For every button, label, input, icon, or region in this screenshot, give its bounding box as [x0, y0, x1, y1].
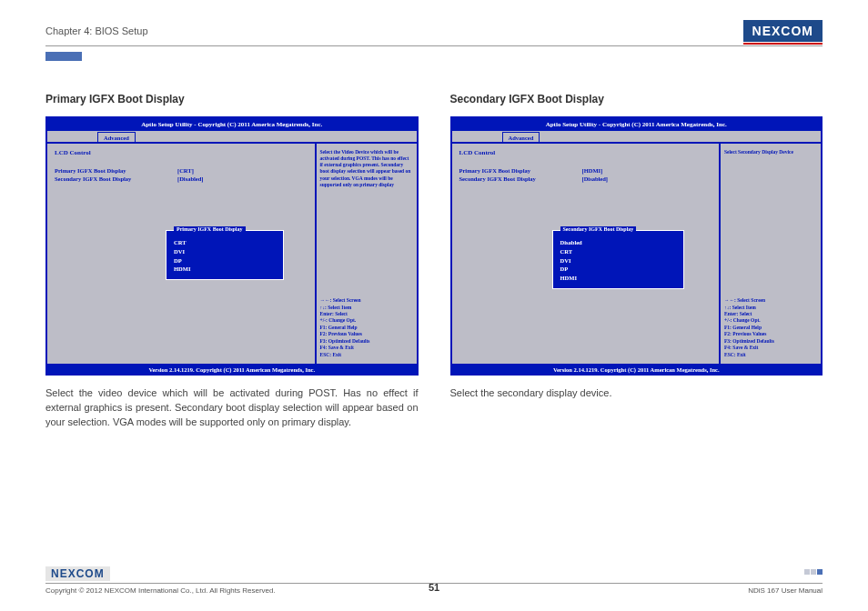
setting-value: [Disabled] [582, 175, 609, 182]
tab-marker [45, 52, 82, 61]
setting-primary-igfx: Primary IGFX Boot Display [HDMI] [459, 167, 712, 174]
setting-value: [Disabled] [177, 175, 204, 182]
bios-key-legend: →←: Select Screen ↑↓: Select Item Enter:… [724, 297, 817, 358]
setting-name: Primary IGFX Boot Display [459, 167, 582, 174]
setting-secondary-igfx: Secondary IGFX Boot Display [Disabled] [459, 175, 712, 182]
setting-name: Secondary IGFX Boot Display [459, 175, 582, 182]
popup-secondary-igfx: Secondary IGFX Boot Display Disabled CRT… [552, 230, 684, 289]
logo-top: NEXCOM [743, 20, 823, 42]
page-footer: NEXCOM Copyright © 2012 NEXCOM Internati… [45, 583, 823, 595]
footer-logo: NEXCOM [45, 566, 110, 581]
bios-key-legend: →←: Select Screen ↑↓: Select Item Enter:… [320, 297, 413, 358]
popup-item: HDMI [174, 265, 276, 274]
setting-name: Primary IGFX Boot Display [55, 167, 177, 174]
bios-settings-pane: LCD Control Primary IGFX Boot Display [C… [47, 144, 317, 364]
lcd-control-label: LCD Control [55, 149, 308, 156]
setting-name: Secondary IGFX Boot Display [55, 175, 177, 182]
bios-screenshot-primary: Aptio Setup Utility - Copyright (C) 2011… [45, 116, 419, 376]
right-column: Secondary IGFX Boot Display Aptio Setup … [450, 93, 823, 430]
setting-secondary-igfx: Secondary IGFX Boot Display [Disabled] [55, 175, 308, 182]
popup-item: CRT [560, 247, 676, 256]
setting-value: [CRT] [177, 167, 194, 174]
bios-help-pane: Select the Video Device which will be ac… [317, 144, 417, 364]
footer-decoration [804, 569, 823, 575]
popup-title: Primary IGFX Boot Display [174, 226, 246, 232]
footer-copyright: Copyright © 2012 NEXCOM International Co… [45, 586, 276, 595]
bios-tab-row: Advanced [47, 131, 417, 144]
bios-settings-pane: LCD Control Primary IGFX Boot Display [H… [452, 144, 722, 364]
bios-footer: Version 2.14.1219. Copyright (C) 2011 Am… [47, 364, 417, 376]
bios-footer: Version 2.14.1219. Copyright (C) 2011 Am… [452, 364, 822, 376]
description-secondary: Select the secondary display device. [450, 386, 823, 401]
bios-tab-advanced: Advanced [502, 132, 540, 142]
popup-title: Secondary IGFX Boot Display [560, 226, 637, 232]
bios-header: Aptio Setup Utility - Copyright (C) 2011… [47, 118, 417, 131]
popup-item: Disabled [560, 238, 676, 247]
bios-screenshot-secondary: Aptio Setup Utility - Copyright (C) 2011… [450, 116, 823, 376]
popup-item: HDMI [560, 274, 676, 283]
popup-primary-igfx: Primary IGFX Boot Display CRT DVI DP HDM… [166, 230, 284, 280]
popup-item: CRT [174, 238, 276, 247]
section-title-secondary: Secondary IGFX Boot Display [450, 93, 823, 105]
bios-help-text: Select Secondary Display Device [724, 149, 817, 155]
popup-item: DP [174, 256, 276, 265]
lcd-control-label: LCD Control [459, 149, 712, 156]
popup-item: DVI [560, 256, 676, 265]
popup-item: DVI [174, 247, 276, 256]
bios-tab-advanced: Advanced [97, 132, 136, 142]
setting-primary-igfx: Primary IGFX Boot Display [CRT] [55, 167, 308, 174]
bios-tab-row: Advanced [452, 131, 822, 144]
bios-help-text: Select the Video Device which will be ac… [320, 149, 413, 188]
footer-manual: NDiS 167 User Manual [748, 586, 823, 595]
page-number: 51 [429, 582, 439, 593]
bios-header: Aptio Setup Utility - Copyright (C) 2011… [452, 118, 822, 131]
setting-value: [HDMI] [582, 167, 603, 174]
page-header: Chapter 4: BIOS Setup NEXCOM [45, 20, 823, 46]
left-column: Primary IGFX Boot Display Aptio Setup Ut… [45, 93, 419, 430]
popup-item: DP [560, 265, 676, 274]
bios-help-pane: Select Secondary Display Device →←: Sele… [721, 144, 821, 364]
chapter-title: Chapter 4: BIOS Setup [45, 25, 148, 36]
description-primary: Select the video device which will be ac… [45, 386, 419, 430]
section-title-primary: Primary IGFX Boot Display [45, 93, 419, 105]
